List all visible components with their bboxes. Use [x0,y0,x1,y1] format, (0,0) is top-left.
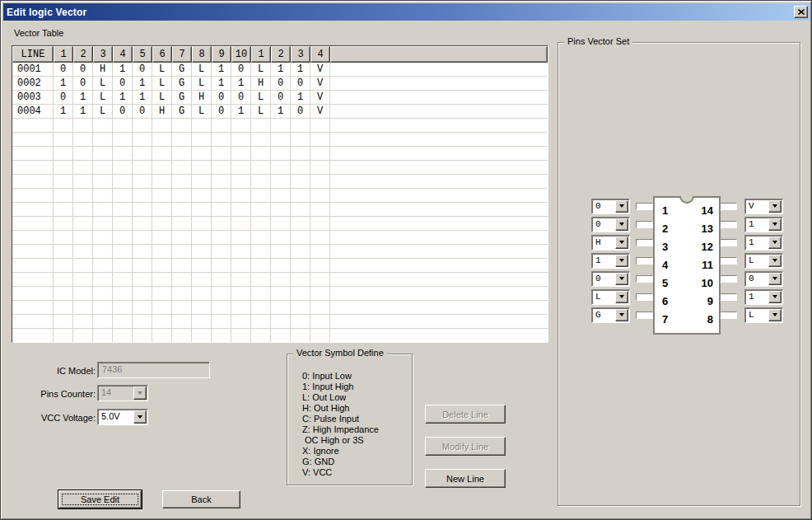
column-header-8[interactable]: 8 [192,46,212,63]
empty-cell [291,259,310,273]
new-line-button[interactable]: New Line [425,469,506,488]
empty-cell [133,203,152,217]
save-edit-button[interactable]: Save Edit [58,490,142,508]
ic-model-field[interactable]: 7436 [97,362,210,378]
empty-cell [93,273,113,287]
empty-cell [113,189,133,203]
pin-9-select[interactable]: 1 [744,289,783,305]
empty-cell [251,161,271,175]
empty-cell [231,175,251,189]
pin-3-select[interactable]: H [591,235,630,251]
pin-11-select[interactable]: L [744,253,783,269]
back-button[interactable]: Back [162,490,240,508]
column-header-4[interactable]: 4 [113,46,133,63]
empty-cell [54,119,73,133]
vector-value-cell: 0 [133,63,152,77]
column-header-12[interactable]: 2 [271,46,291,63]
pin-2-value: 0 [595,219,601,229]
pin-4-dropdown-button[interactable] [615,255,628,267]
vector-value-cell: 0 [54,63,73,77]
column-header-14[interactable]: 4 [310,46,330,63]
pin-10-dropdown-button[interactable] [768,273,782,285]
vector-value-cell: 1 [73,105,93,119]
pin-1-select[interactable]: 0 [591,199,630,214]
empty-cell [12,217,54,231]
row-filler-cell [330,119,548,133]
pin-13-dropdown-button[interactable] [768,218,782,231]
row-filler-cell [330,91,548,105]
pin-6-dropdown-button[interactable] [615,291,628,303]
empty-cell [192,273,212,287]
pin-8-select[interactable]: L [744,307,783,323]
vector-value-cell: L [192,105,212,119]
empty-cell [172,175,192,189]
pin-4-select[interactable]: 1 [591,253,630,269]
chip-pin-number-13: 13 [702,220,713,238]
pin-14-select[interactable]: V [744,199,783,214]
empty-cell [291,273,310,287]
table-row[interactable]: 000100H10LGL10L11V [12,63,548,77]
pin-13-select[interactable]: 1 [744,217,783,232]
pin-2-select[interactable]: 0 [591,217,630,232]
delete-line-button[interactable]: Delete Line [425,405,506,424]
empty-cell [12,175,54,189]
pin-7-select[interactable]: G [591,307,630,323]
vcc-voltage-dropdown-button[interactable] [133,410,147,424]
pin-9-dropdown-button[interactable] [768,291,782,303]
column-header-1[interactable]: 1 [54,46,73,63]
vcc-voltage-select[interactable]: 5.0V [97,409,148,425]
vector-value-cell: H [192,91,212,105]
pins-vector-set-title: Pins Vector Set [564,36,632,46]
pin-14-dropdown-button[interactable] [768,200,782,213]
chip-pin-numbers-left: 1234567 [662,202,668,329]
pin-4-value: 1 [595,255,601,265]
column-header-7[interactable]: 7 [172,46,192,63]
column-header-11[interactable]: 1 [251,46,271,63]
empty-cell [212,287,231,301]
table-row[interactable]: 000301L11LGH00L01V [12,91,548,105]
pin-6-select[interactable]: L [591,289,630,305]
titlebar[interactable]: Edit logic Vector [3,3,810,21]
symbol-define-line: L: Out Low [302,392,379,403]
pin-10-select[interactable]: 0 [744,271,783,287]
row-filler-cell [330,245,548,259]
column-header-line[interactable]: LINE [12,46,54,63]
chevron-down-icon [619,204,624,208]
empty-cell [310,301,330,315]
column-header-5[interactable]: 5 [133,46,152,63]
column-header-13[interactable]: 3 [291,46,310,63]
pin-11-dropdown-button[interactable] [768,255,782,267]
pin-12-dropdown-button[interactable] [768,237,782,249]
close-button[interactable] [794,6,808,18]
modify-line-button[interactable]: Modify Line [425,437,506,456]
pin-6-value: L [595,292,601,302]
column-header-10[interactable]: 10 [231,46,251,63]
pin-1-dropdown-button[interactable] [615,200,628,213]
row-filler-cell [330,77,548,91]
vector-table[interactable]: LINE123456789101234 000100H10LGL10L11V00… [12,45,548,343]
table-row[interactable]: 000210L01LGL11H00V [12,77,548,91]
empty-cell [231,329,251,343]
empty-cell [54,315,73,329]
pin-5-dropdown-button[interactable] [615,273,628,285]
row-filler-cell [330,273,548,287]
pin-5-select[interactable]: 0 [591,271,630,287]
pin-3-dropdown-button[interactable] [615,237,628,249]
column-header-2[interactable]: 2 [73,46,93,63]
pin-2-dropdown-button[interactable] [615,218,628,231]
empty-cell [212,175,231,189]
pin-8-dropdown-button[interactable] [768,309,782,321]
symbol-define-line: 1: Input High [302,382,379,392]
pin-12-select[interactable]: 1 [744,235,783,251]
empty-cell [192,189,212,203]
empty-cell [172,133,192,147]
empty-cell [192,161,212,175]
vector-symbol-define-title: Vector Symbol Define [293,348,387,358]
column-header-3[interactable]: 3 [93,46,113,63]
pin-7-dropdown-button[interactable] [615,309,628,321]
empty-cell [251,189,271,203]
column-header-6[interactable]: 6 [152,46,172,63]
column-header-9[interactable]: 9 [212,46,231,63]
chevron-down-icon [772,313,777,316]
table-row[interactable]: 000411L00HGL01L10V [12,105,548,119]
